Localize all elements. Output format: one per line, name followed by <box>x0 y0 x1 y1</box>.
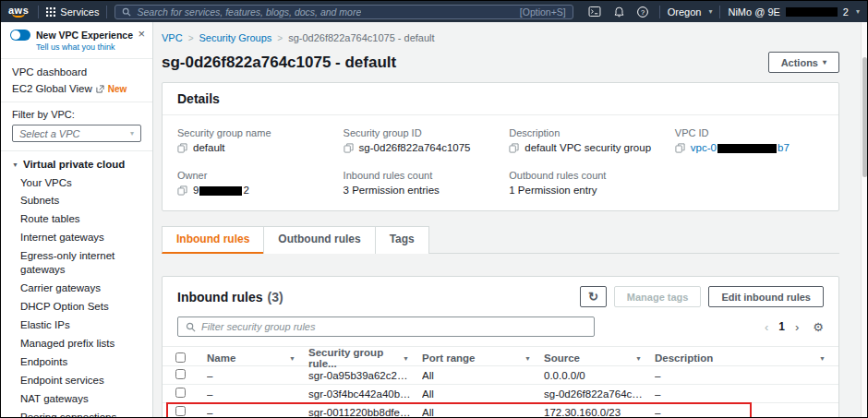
filter-caret-icon[interactable]: ▼ <box>635 355 642 362</box>
table-body: – sgr-0a95b39a62c20084c All 0.0.0.0/0 – … <box>163 366 838 417</box>
scrollbar-thumb[interactable] <box>862 57 867 177</box>
sidebar-item-route-tables[interactable]: Route tables <box>1 210 152 229</box>
chevron-down-icon: ▾ <box>130 129 134 137</box>
help-icon[interactable]: ? <box>637 6 648 18</box>
sidebar-item-ec2-global-view[interactable]: EC2 Global View New <box>1 80 152 97</box>
rules-title: Inbound rules <box>177 290 263 305</box>
tab-outbound-rules[interactable]: Outbound rules <box>263 226 374 254</box>
detail-tabs: Inbound rules Outbound rules Tags <box>162 226 839 254</box>
refresh-button[interactable]: ↻ <box>580 286 607 307</box>
sidebar-item-endpoint-services[interactable]: Endpoint services <box>1 371 152 389</box>
rules-filter-input[interactable] <box>201 321 586 332</box>
sidebar-item-your-vpcs[interactable]: Your VPCs <box>1 173 152 192</box>
sidebar-item-vpc-dashboard[interactable]: VPC dashboard <box>1 64 152 80</box>
rules-count: (3) <box>268 290 283 305</box>
external-link-icon <box>96 85 104 93</box>
cloudshell-icon[interactable] <box>588 6 601 17</box>
page-title: sg-0d26f822a764c1075 - default <box>162 54 396 72</box>
new-experience-toggle[interactable] <box>10 30 30 41</box>
new-vpc-experience-banner: New VPC Experience Tell us what you thin… <box>1 22 152 59</box>
actions-button[interactable]: Actions ▾ <box>768 52 839 73</box>
notifications-bell-icon[interactable] <box>614 6 624 18</box>
sidebar-top-links: VPC dashboard EC2 Global View New <box>1 59 152 102</box>
field-security-group-id: Security group ID sg-0d26f822a764c1075 <box>344 127 500 153</box>
sidebar-item-managed-prefix-lists[interactable]: Managed prefix lists <box>1 334 152 352</box>
account-menu[interactable]: NiMo @ 9E 2 ▾ <box>728 6 860 18</box>
row-checkbox[interactable] <box>175 369 186 379</box>
breadcrumb-separator: > <box>188 33 194 43</box>
filter-caret-icon[interactable]: ▼ <box>819 355 826 362</box>
region-selector[interactable]: Oregon ▾ <box>668 6 713 18</box>
breadcrumb: VPC > Security Groups > sg-0d26f822a764c… <box>162 22 839 45</box>
keyboard-shortcut: [Option+S] <box>520 6 566 18</box>
copy-icon[interactable] <box>177 143 187 153</box>
filter-caret-icon[interactable]: ▼ <box>289 355 295 362</box>
aws-logo[interactable]: aws <box>8 6 29 18</box>
rule-id[interactable]: sgr-0a95b39a62c20084c <box>308 370 422 381</box>
row-checkbox[interactable] <box>175 406 186 416</box>
details-title: Details <box>163 83 838 115</box>
close-icon[interactable]: × <box>138 28 145 40</box>
table-row-highlighted[interactable]: – sgr-0011220bb8dfeb1... All 172.30.160.… <box>163 403 838 417</box>
vertical-scrollbar[interactable] <box>861 22 867 417</box>
column-source: Source▼ <box>544 352 655 364</box>
details-grid: Security group name default Security gro… <box>163 115 838 210</box>
sidebar-item-subnets[interactable]: Subnets <box>1 192 152 210</box>
sidebar-item-dhcp-option-sets[interactable]: DHCP Option Sets <box>1 298 152 316</box>
sidebar-item-egress-only-internet-gateways[interactable]: Egress-only internet gateways <box>1 247 152 280</box>
sidebar-item-carrier-gateways[interactable]: Carrier gateways <box>1 280 152 298</box>
divider <box>719 6 720 18</box>
filter-caret-icon[interactable]: ▼ <box>524 355 531 362</box>
global-search[interactable]: Search for services, features, blogs, do… <box>115 5 573 19</box>
refresh-icon: ↻ <box>588 291 598 303</box>
account-label: NiMo @ 9E <box>728 6 779 18</box>
breadcrumb-separator: > <box>277 33 283 43</box>
banner-feedback-link[interactable]: Tell us what you think <box>36 42 143 52</box>
current-page[interactable]: 1 <box>778 320 785 333</box>
field-inbound-rules-count: Inbound rules count 3 Permission entries <box>344 170 500 196</box>
previous-page-button[interactable]: ‹ <box>765 320 768 334</box>
sidebar-item-endpoints[interactable]: Endpoints <box>1 352 152 371</box>
filter-caret-icon[interactable]: ▼ <box>403 355 409 362</box>
section-virtual-private-cloud[interactable]: ▼ Virtual private cloud <box>1 151 152 173</box>
manage-tags-button[interactable]: Manage tags <box>614 286 702 307</box>
settings-gear-icon[interactable]: ⚙ <box>813 320 824 334</box>
vpc-id-link[interactable]: vpc-0b7 <box>691 142 790 153</box>
column-name: Name▼ <box>207 352 308 364</box>
divider <box>38 6 39 18</box>
search-icon <box>186 322 196 332</box>
table-row[interactable]: – sgr-0a95b39a62c20084c All 0.0.0.0/0 – <box>163 366 838 385</box>
breadcrumb-security-groups[interactable]: Security Groups <box>199 32 271 43</box>
rule-id[interactable]: sgr-0011220bb8dfeb1... <box>308 407 422 418</box>
edit-inbound-rules-button[interactable]: Edit inbound rules <box>708 286 824 307</box>
table-row[interactable]: – sgr-03f4bc442a40baa4e All sg-0d26f822a… <box>163 385 838 403</box>
banner-title: New VPC Experience <box>36 30 133 41</box>
tab-inbound-rules[interactable]: Inbound rules <box>162 226 263 254</box>
column-description: Description▼ <box>655 352 838 364</box>
field-outbound-rules-count: Outbound rules count 1 Permission entry <box>509 170 666 196</box>
search-placeholder: Search for services, features, blogs, do… <box>137 6 361 18</box>
row-checkbox[interactable] <box>175 388 186 398</box>
copy-icon[interactable] <box>177 185 187 196</box>
sidebar-item-nat-gateways[interactable]: NAT gateways <box>1 389 152 408</box>
main-content: VPC > Security Groups > sg-0d26f822a764c… <box>154 22 867 417</box>
services-menu[interactable]: Services <box>46 6 99 18</box>
copy-icon[interactable] <box>344 143 354 153</box>
tab-tags[interactable]: Tags <box>375 226 429 254</box>
sidebar-item-peering-connections[interactable]: Peering connections <box>1 408 152 417</box>
rule-id[interactable]: sgr-03f4bc442a40baa4e <box>308 388 422 400</box>
breadcrumb-current: sg-0d26f822a764c1075 - default <box>288 32 434 43</box>
breadcrumb-vpc[interactable]: VPC <box>162 32 183 43</box>
svg-text:?: ? <box>641 7 645 16</box>
vpc-filter-select[interactable]: Select a VPC ▾ <box>12 125 141 142</box>
copy-icon[interactable] <box>509 143 519 153</box>
rules-filter[interactable] <box>177 316 595 337</box>
vpc-filter-block: Filter by VPC: Select a VPC ▾ <box>1 102 152 151</box>
select-all-checkbox[interactable] <box>175 352 186 363</box>
sidebar-item-internet-gateways[interactable]: Internet gateways <box>1 229 152 247</box>
sidebar-item-elastic-ips[interactable]: Elastic IPs <box>1 316 152 335</box>
copy-icon[interactable] <box>675 143 685 153</box>
next-page-button[interactable]: › <box>795 320 799 334</box>
page-header: sg-0d26f822a764c1075 - default Actions ▾ <box>162 45 839 82</box>
services-grid-icon <box>46 7 55 17</box>
